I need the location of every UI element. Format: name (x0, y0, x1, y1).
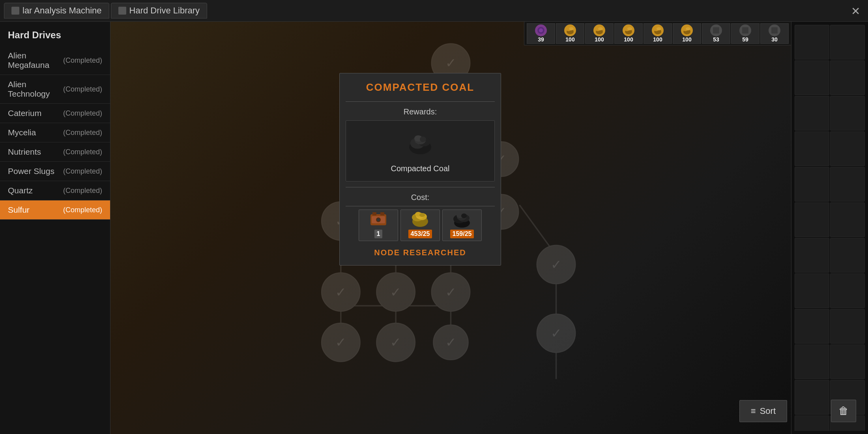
sidebar: Hard Drives Alien Megafauna(Completed)Al… (0, 22, 110, 434)
svg-point-10 (627, 27, 632, 30)
top-resource-strip: 39 100 100 100 100 (524, 22, 791, 45)
cost-item-1[interactable]: 453/25 (400, 210, 440, 241)
trash-button[interactable]: 🗑 (831, 400, 856, 422)
svg-point-65 (377, 218, 380, 221)
sidebar-item-label: Power Slugs (8, 166, 54, 176)
reward-name: Compacted Coal (391, 164, 450, 173)
resource-cell-8 (795, 167, 829, 202)
resource-cell-10 (795, 202, 829, 237)
top-res-count-6: 53 (713, 36, 719, 43)
top-resource-3: 100 (614, 23, 643, 44)
svg-point-16 (686, 27, 690, 30)
sort-button[interactable]: ≡ Sort (739, 400, 787, 422)
resource-cell-13 (830, 238, 865, 273)
svg-rect-19 (771, 27, 778, 34)
sidebar-item-sulfur[interactable]: Sulfur(Completed) (0, 200, 110, 220)
sidebar-item-status: (Completed) (63, 148, 102, 156)
top-resource-5: 100 (673, 23, 701, 44)
resource-cell-1 (830, 25, 865, 60)
popup-title: COMPACTED COAL (340, 73, 501, 101)
main-content: ✓ ✓ ✓ ✓ ✓ ✓ ✓ ✓ ✓ ✓ ✓ ✓ ✓ ✓ ✓ (110, 22, 791, 434)
resource-cell-5 (830, 96, 865, 131)
svg-point-13 (657, 27, 661, 30)
resource-cell-20 (795, 380, 829, 415)
sidebar-items-container: Alien Megafauna(Completed)Alien Technolo… (0, 46, 110, 220)
svg-rect-17 (713, 27, 719, 34)
sidebar-item-alien-megafauna[interactable]: Alien Megafauna(Completed) (0, 46, 110, 75)
top-res-count-8: 30 (771, 36, 778, 43)
sidebar-item-power-slugs[interactable]: Power Slugs(Completed) (0, 162, 110, 181)
top-res-icon-3 (623, 24, 634, 36)
sidebar-title: Hard Drives (0, 26, 110, 46)
resource-cell-11 (830, 202, 865, 237)
sidebar-item-quartz[interactable]: Quartz(Completed) (0, 181, 110, 200)
resource-cell-3 (830, 60, 865, 95)
resource-cell-2 (795, 60, 829, 95)
sidebar-item-status: (Completed) (63, 109, 102, 118)
top-res-icon-7 (739, 24, 751, 36)
sidebar-item-label: Caterium (8, 108, 41, 118)
top-res-icon-8 (769, 24, 780, 36)
top-resource-0: 39 (527, 23, 555, 44)
sort-label: Sort (760, 406, 776, 416)
popup-divider-cost (346, 206, 495, 206)
top-res-count-2: 100 (595, 36, 604, 43)
reward-box: Compacted Coal (346, 120, 495, 181)
svg-point-77 (461, 213, 467, 218)
top-res-icon-5 (681, 24, 693, 36)
rewards-label: Rewards: (340, 102, 501, 120)
cost-item-2[interactable]: 159/25 (442, 210, 482, 241)
sidebar-item-status: (Completed) (63, 85, 102, 94)
resource-cell-14 (795, 273, 829, 308)
resource-cell-22 (795, 415, 829, 431)
svg-rect-62 (380, 212, 384, 215)
sidebar-item-status: (Completed) (63, 187, 102, 195)
sidebar-item-status: (Completed) (63, 129, 102, 137)
top-resource-2: 100 (585, 23, 614, 44)
svg-point-71 (419, 213, 425, 217)
resource-cell-4 (795, 96, 829, 131)
top-resource-7: 59 (731, 23, 760, 44)
sidebar-item-status: (Completed) (63, 167, 102, 176)
svg-rect-61 (372, 212, 376, 215)
top-res-count-3: 100 (624, 36, 633, 43)
sidebar-item-label: Sulfur (8, 205, 30, 215)
svg-point-4 (569, 27, 574, 30)
sidebar-item-label: Nutrients (8, 147, 41, 157)
top-res-icon-6 (710, 24, 722, 36)
sidebar-item-label: Mycelia (8, 128, 36, 137)
cost-section: 1 453/25 (340, 210, 501, 241)
sidebar-item-label: Alien Megafauna (8, 51, 63, 70)
top-res-count-0: 39 (538, 36, 544, 43)
tab-library[interactable]: Hard Drive Library (111, 3, 208, 19)
resource-bar (791, 22, 868, 434)
trash-icon: 🗑 (838, 405, 849, 417)
sidebar-item-label: Alien Technology (8, 80, 63, 99)
top-res-count-5: 100 (682, 36, 691, 43)
sidebar-item-mycelia[interactable]: Mycelia(Completed) (0, 123, 110, 142)
library-tab-label: Hard Drive Library (129, 6, 200, 16)
close-button[interactable]: ✕ (851, 5, 860, 18)
cost-qty-0: 1 (374, 230, 383, 238)
top-res-icon-0 (535, 24, 547, 36)
sidebar-item-nutrients[interactable]: Nutrients(Completed) (0, 142, 110, 162)
reward-icon (404, 129, 436, 160)
library-tab-icon (118, 7, 126, 15)
tab-analysis[interactable]: lar Analysis Machine (4, 3, 109, 19)
resource-cell-17 (830, 309, 865, 344)
top-res-count-1: 100 (565, 36, 574, 43)
top-res-icon-2 (593, 24, 605, 36)
resource-cell-0 (795, 25, 829, 60)
top-res-icon-1 (564, 24, 576, 36)
top-resource-1: 100 (556, 23, 584, 44)
sidebar-item-caterium[interactable]: Caterium(Completed) (0, 104, 110, 123)
node-researched-status: NODE RESEARCHED (340, 248, 501, 257)
svg-rect-18 (742, 27, 748, 34)
resource-cell-6 (795, 131, 829, 166)
cost-item-0[interactable]: 1 (359, 210, 398, 241)
analysis-tab-icon (11, 7, 19, 15)
sidebar-item-alien-technology[interactable]: Alien Technology(Completed) (0, 75, 110, 104)
resource-grid (795, 25, 865, 431)
svg-point-7 (598, 27, 603, 30)
svg-point-1 (539, 28, 543, 32)
